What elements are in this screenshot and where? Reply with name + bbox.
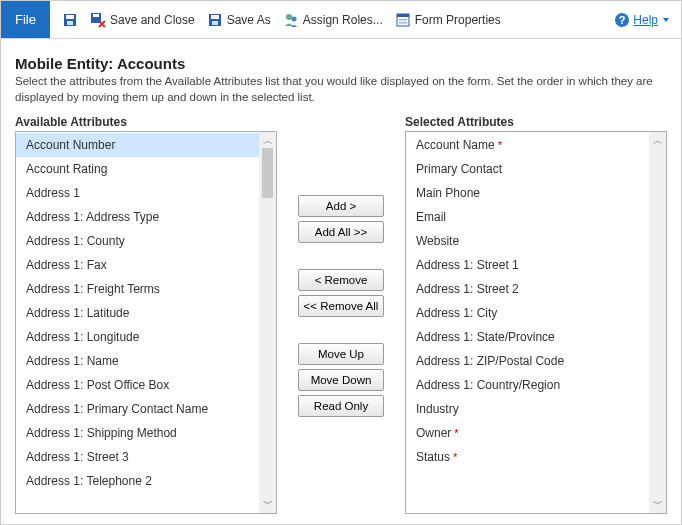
svg-rect-2 — [67, 21, 73, 25]
add-button[interactable]: Add > — [298, 195, 384, 217]
help-label: Help — [633, 13, 658, 27]
move-down-button[interactable]: Move Down — [298, 369, 384, 391]
list-item-label: Address 1: City — [416, 306, 497, 320]
svg-rect-4 — [93, 14, 99, 17]
assign-roles-button[interactable]: Assign Roles... — [277, 8, 389, 32]
list-item-label: Address 1: Address Type — [26, 210, 159, 224]
svg-rect-13 — [399, 22, 407, 24]
list-item[interactable]: Address 1: City — [406, 301, 649, 325]
selected-list-inner: Account Name*Primary ContactMain PhoneEm… — [406, 132, 649, 513]
list-item-label: Owner — [416, 426, 451, 440]
list-item-label: Address 1: State/Province — [416, 330, 555, 344]
scroll-up-icon[interactable]: ︿ — [263, 136, 273, 146]
toolbar: File Save and Close Save As — [1, 1, 681, 39]
list-item[interactable]: Address 1: Country/Region — [406, 373, 649, 397]
list-item-label: Address 1: Street 3 — [26, 450, 129, 464]
list-item-label: Website — [416, 234, 459, 248]
available-listbox[interactable]: Account NumberAccount RatingAddress 1Add… — [15, 131, 277, 514]
add-all-button[interactable]: Add All >> — [298, 221, 384, 243]
scroll-down-icon[interactable]: ﹀ — [263, 499, 273, 509]
assign-roles-label: Assign Roles... — [303, 13, 383, 27]
svg-rect-6 — [211, 15, 219, 19]
form-properties-button[interactable]: Form Properties — [389, 8, 507, 32]
available-scrollbar[interactable]: ︿ ﹀ — [259, 132, 276, 513]
list-item[interactable]: Owner* — [406, 421, 649, 445]
svg-point-9 — [291, 16, 296, 21]
selected-scrollbar[interactable]: ︿ ﹀ — [649, 132, 666, 513]
save-as-icon — [207, 12, 223, 28]
list-item[interactable]: Address 1: Primary Contact Name — [16, 397, 259, 421]
list-item-label: Address 1: Longitude — [26, 330, 139, 344]
form-properties-label: Form Properties — [415, 13, 501, 27]
scroll-up-icon[interactable]: ︿ — [653, 136, 663, 146]
list-item-label: Address 1: ZIP/Postal Code — [416, 354, 564, 368]
required-star-icon: * — [498, 139, 502, 151]
list-item[interactable]: Email — [406, 205, 649, 229]
list-item[interactable]: Address 1 — [16, 181, 259, 205]
list-item[interactable]: Account Rating — [16, 157, 259, 181]
list-item[interactable]: Address 1: Street 3 — [16, 445, 259, 469]
move-up-button[interactable]: Move Up — [298, 343, 384, 365]
list-item-label: Address 1: Latitude — [26, 306, 129, 320]
list-item-label: Account Rating — [26, 162, 107, 176]
list-item[interactable]: Address 1: Street 1 — [406, 253, 649, 277]
list-item[interactable]: Address 1: Freight Terms — [16, 277, 259, 301]
list-item-label: Primary Contact — [416, 162, 502, 176]
selected-column: Selected Attributes Account Name*Primary… — [405, 115, 667, 514]
remove-button[interactable]: < Remove — [298, 269, 384, 291]
form-properties-icon — [395, 12, 411, 28]
svg-point-8 — [286, 14, 292, 20]
remove-all-button[interactable]: << Remove All — [298, 295, 384, 317]
selected-label: Selected Attributes — [405, 115, 667, 129]
save-as-button[interactable]: Save As — [201, 8, 277, 32]
list-item-label: Address 1 — [26, 186, 80, 200]
save-and-close-button[interactable]: Save and Close — [84, 8, 201, 32]
file-tab[interactable]: File — [1, 1, 50, 38]
transfer-buttons: Add > Add All >> < Remove << Remove All … — [277, 115, 405, 514]
list-item[interactable]: Address 1: Fax — [16, 253, 259, 277]
list-item[interactable]: Address 1: Street 2 — [406, 277, 649, 301]
list-item-label: Address 1: Street 1 — [416, 258, 519, 272]
svg-rect-1 — [66, 15, 74, 19]
available-label: Available Attributes — [15, 115, 277, 129]
list-item[interactable]: Address 1: Shipping Method — [16, 421, 259, 445]
list-item[interactable]: Address 1: Address Type — [16, 205, 259, 229]
list-item-label: Account Number — [26, 138, 115, 152]
list-item[interactable]: Primary Contact — [406, 157, 649, 181]
help-menu[interactable]: ? Help — [614, 1, 681, 38]
list-item[interactable]: Address 1: Longitude — [16, 325, 259, 349]
help-icon: ? — [614, 12, 630, 28]
list-item[interactable]: Address 1: Name — [16, 349, 259, 373]
svg-rect-7 — [212, 21, 218, 25]
list-item[interactable]: Main Phone — [406, 181, 649, 205]
list-item[interactable]: Account Number — [16, 133, 259, 157]
svg-rect-11 — [397, 14, 409, 17]
file-tab-label: File — [15, 12, 36, 27]
list-item-label: Address 1: Name — [26, 354, 119, 368]
selected-listbox[interactable]: Account Name*Primary ContactMain PhoneEm… — [405, 131, 667, 514]
list-item-label: Address 1: Fax — [26, 258, 107, 272]
save-button[interactable] — [56, 8, 84, 32]
list-item[interactable]: Address 1: County — [16, 229, 259, 253]
required-star-icon: * — [454, 427, 458, 439]
list-item[interactable]: Address 1: Latitude — [16, 301, 259, 325]
list-item-label: Address 1: County — [26, 234, 125, 248]
list-item-label: Account Name — [416, 138, 495, 152]
list-item[interactable]: Account Name* — [406, 133, 649, 157]
scroll-thumb[interactable] — [262, 148, 273, 198]
list-item-label: Industry — [416, 402, 459, 416]
list-item[interactable]: Address 1: Post Office Box — [16, 373, 259, 397]
form-editor-window: File Save and Close Save As — [0, 0, 682, 525]
list-item[interactable]: Industry — [406, 397, 649, 421]
list-item[interactable]: Address 1: State/Province — [406, 325, 649, 349]
list-item[interactable]: Status* — [406, 445, 649, 469]
list-item-label: Email — [416, 210, 446, 224]
list-item[interactable]: Address 1: Telephone 2 — [16, 469, 259, 493]
toolbar-buttons: Save and Close Save As Assign Roles... F… — [50, 1, 614, 38]
list-item[interactable]: Website — [406, 229, 649, 253]
save-close-label: Save and Close — [110, 13, 195, 27]
scroll-down-icon[interactable]: ﹀ — [653, 499, 663, 509]
read-only-button[interactable]: Read Only — [298, 395, 384, 417]
list-item[interactable]: Address 1: ZIP/Postal Code — [406, 349, 649, 373]
save-close-icon — [90, 12, 106, 28]
